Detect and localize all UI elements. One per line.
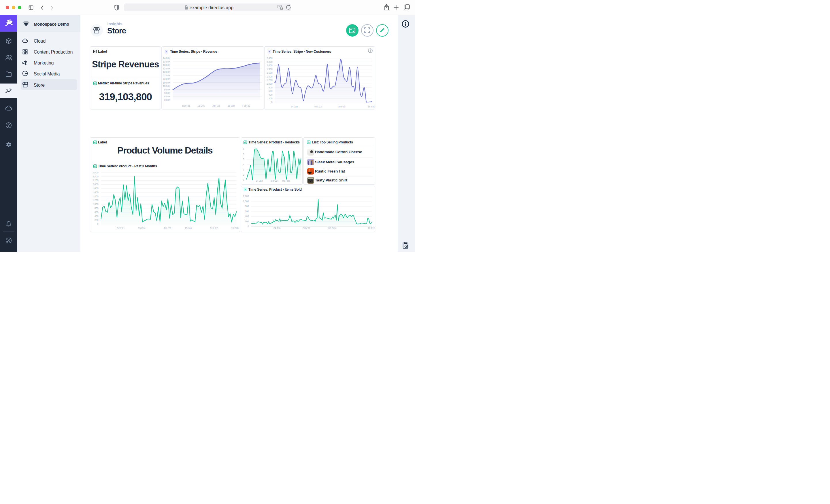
svg-text:24 Jan: 24 Jan (256, 180, 263, 182)
svg-text:1,000: 1,000 (266, 83, 273, 85)
svg-text:85.0K: 85.0K (164, 95, 170, 98)
svg-text:2,200: 2,200 (266, 61, 273, 63)
svg-text:2,600: 2,600 (93, 171, 99, 174)
svg-text:Feb '22: Feb '22 (243, 104, 250, 107)
svg-text:Feb '22: Feb '22 (210, 227, 218, 229)
svg-text:0: 0 (97, 223, 98, 226)
svg-text:08 Feb: 08 Feb (282, 180, 290, 182)
svg-text:15 Dec: 15 Dec (197, 104, 205, 107)
svg-text:1,800: 1,800 (266, 68, 273, 71)
svg-text:800: 800 (268, 86, 272, 89)
svg-text:Jan '22: Jan '22 (163, 227, 171, 229)
svg-text:600: 600 (268, 90, 272, 93)
svg-text:Feb '22: Feb '22 (270, 180, 278, 182)
svg-text:1,400: 1,400 (93, 195, 99, 198)
svg-text:2,400: 2,400 (93, 175, 99, 178)
svg-text:5: 5 (243, 153, 245, 156)
svg-text:200: 200 (268, 97, 272, 100)
svg-text:115.0K: 115.0K (163, 74, 170, 77)
svg-text:2,400: 2,400 (266, 57, 273, 59)
svg-text:135.0K: 135.0K (163, 61, 170, 63)
svg-text:120.0K: 120.0K (163, 71, 170, 73)
svg-text:1,600: 1,600 (93, 191, 99, 194)
svg-text:0: 0 (271, 101, 272, 103)
svg-text:Dec '21: Dec '21 (182, 104, 190, 107)
svg-text:90.0K: 90.0K (164, 92, 170, 94)
svg-text:15 Feb: 15 Feb (231, 227, 238, 229)
svg-text:105.0K: 105.0K (163, 81, 170, 84)
svg-text:95.0K: 95.0K (164, 88, 170, 91)
svg-text:1: 1 (243, 178, 245, 181)
svg-text:1,600: 1,600 (266, 71, 273, 74)
svg-text:125.0K: 125.0K (163, 67, 170, 70)
svg-text:6: 6 (243, 148, 245, 150)
svg-text:文: 文 (280, 7, 283, 9)
svg-text:2: 2 (243, 173, 245, 176)
svg-text:800: 800 (245, 205, 249, 208)
svg-text:2,000: 2,000 (266, 64, 273, 67)
svg-text:600: 600 (245, 210, 249, 212)
svg-text:110.0K: 110.0K (163, 78, 170, 80)
svg-text:08 Feb: 08 Feb (328, 227, 336, 230)
svg-text:16 Feb: 16 Feb (368, 105, 375, 108)
svg-text:4: 4 (243, 163, 245, 166)
svg-text:08 Feb: 08 Feb (338, 105, 345, 108)
svg-text:400: 400 (268, 94, 272, 96)
svg-text:140.0K: 140.0K (163, 57, 170, 59)
svg-text:0: 0 (248, 225, 249, 228)
svg-text:Dec '21: Dec '21 (117, 227, 125, 229)
svg-text:Feb '22: Feb '22 (302, 227, 310, 230)
svg-text:1,000: 1,000 (243, 200, 249, 202)
svg-text:1,400: 1,400 (266, 75, 273, 78)
svg-text:800: 800 (94, 207, 98, 210)
svg-text:2,200: 2,200 (93, 179, 99, 182)
svg-text:2,000: 2,000 (93, 183, 99, 186)
svg-text:80.0K: 80.0K (164, 99, 170, 101)
svg-text:400: 400 (94, 215, 98, 217)
svg-text:24 Jan: 24 Jan (290, 105, 298, 108)
svg-text:16 Feb: 16 Feb (368, 227, 375, 230)
svg-text:15 Jan: 15 Jan (228, 104, 235, 107)
svg-text:5: 5 (243, 158, 245, 160)
svg-text:15 Dec: 15 Dec (138, 227, 146, 229)
svg-text:Feb '22: Feb '22 (314, 105, 321, 108)
svg-text:1,800: 1,800 (93, 187, 99, 190)
svg-text:100.0K: 100.0K (163, 85, 170, 87)
svg-text:1,200: 1,200 (93, 199, 99, 202)
svg-text:1,200: 1,200 (243, 195, 249, 198)
svg-text:130.0K: 130.0K (163, 64, 170, 67)
svg-text:Jan '22: Jan '22 (213, 104, 220, 107)
svg-text:200: 200 (94, 219, 98, 222)
svg-text:24 Jan: 24 Jan (274, 227, 281, 230)
svg-text:15 Jan: 15 Jan (185, 227, 192, 229)
svg-text:200: 200 (245, 220, 249, 223)
svg-text:A: A (279, 5, 280, 8)
svg-text:3: 3 (243, 168, 245, 171)
svg-text:1,000: 1,000 (93, 203, 99, 206)
svg-text:400: 400 (245, 215, 249, 218)
svg-text:1,200: 1,200 (266, 79, 273, 81)
svg-text:600: 600 (94, 211, 98, 213)
